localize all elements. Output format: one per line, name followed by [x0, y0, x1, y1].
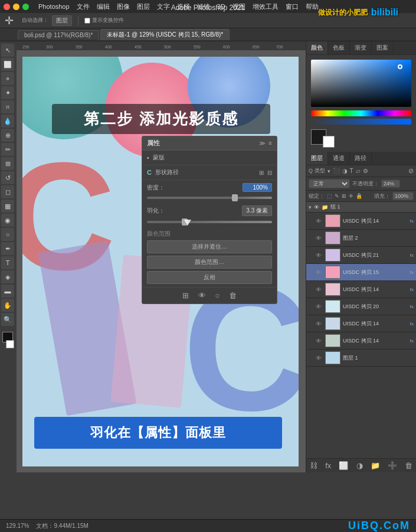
menu-plugins[interactable]: 增效工具	[253, 2, 279, 11]
layer-eye-7[interactable]: 👁	[315, 337, 323, 345]
group-eye-icon[interactable]: 👁	[314, 204, 319, 210]
gradient-tool[interactable]: ▦	[1, 200, 14, 213]
new-layer-icon[interactable]: ➕	[388, 461, 397, 470]
add-mask-icon[interactable]: ⬜	[339, 461, 348, 470]
layer-filter-toggle[interactable]: ⊘	[408, 167, 414, 175]
tab-channels[interactable]: 通道	[328, 152, 350, 165]
layer-eye-2[interactable]: 👁	[315, 251, 323, 259]
type-filter-icon[interactable]: T	[350, 168, 353, 174]
menu-edit[interactable]: 编辑	[97, 2, 110, 11]
tab-swatches[interactable]: 色板	[328, 41, 350, 54]
tab-gradient[interactable]: 渐变	[350, 41, 372, 54]
alpha-slider[interactable]	[311, 119, 411, 125]
shape-filter-icon[interactable]: ▱	[356, 168, 361, 174]
layer-filter-icon[interactable]: ▾	[327, 168, 330, 174]
color-gradient-box[interactable]	[311, 60, 411, 107]
path-select-tool[interactable]: ◈	[1, 270, 14, 283]
move-tool-icon[interactable]: ✛	[5, 14, 14, 27]
layer-fx-6[interactable]: fx	[410, 321, 414, 327]
dodge-tool[interactable]: ○	[1, 228, 14, 241]
hand-tool[interactable]: ✋	[1, 299, 14, 312]
opacity-input[interactable]	[381, 179, 400, 188]
delete-layer-icon[interactable]: 🗑	[405, 461, 412, 470]
lasso-tool[interactable]: ⌖	[1, 72, 14, 85]
transform-checkbox-label[interactable]: 显示变换控件	[84, 17, 124, 24]
lock-transparent-icon[interactable]: ⬚	[327, 193, 332, 199]
blend-mode-select[interactable]: 正常	[309, 179, 350, 188]
properties-menu-icon[interactable]: ≡	[268, 140, 272, 146]
properties-expand-icon[interactable]: ≫	[259, 140, 265, 146]
panel-trash-icon[interactable]: 🗑	[229, 291, 237, 300]
eyedropper-tool[interactable]: 💧	[1, 115, 14, 128]
fill-input[interactable]	[392, 192, 414, 200]
eraser-tool[interactable]: ◻	[1, 185, 14, 198]
panel-eye-icon[interactable]: 👁	[198, 291, 206, 300]
link-layers-icon[interactable]: ⛓	[310, 461, 317, 470]
brush-tool[interactable]: ✏	[1, 143, 14, 156]
layer-item-0[interactable]: 👁 UISDC 拷贝 14 fx	[306, 213, 416, 230]
add-style-icon[interactable]: fx	[325, 461, 331, 470]
panel-grid-icon[interactable]: ⊞	[182, 291, 189, 300]
adjustment-filter-icon[interactable]: ◑	[342, 168, 348, 174]
background-color[interactable]	[6, 340, 14, 348]
layer-eye-4[interactable]: 👁	[315, 285, 323, 293]
type-tool[interactable]: T	[1, 256, 14, 269]
layer-fx-5[interactable]: fx	[410, 304, 414, 309]
lock-all-icon[interactable]: 🔒	[356, 193, 362, 199]
group-collapse-icon[interactable]: ▾	[309, 204, 312, 210]
lock-artboard-icon[interactable]: ⊞	[342, 193, 346, 199]
smart-filter-icon[interactable]: ⚙	[363, 168, 368, 174]
select-mask-button[interactable]: 选择并遮住…	[147, 240, 272, 253]
tab-paths[interactable]: 路径	[350, 152, 372, 165]
feather-value[interactable]: 3.3 像素	[242, 205, 272, 216]
lock-image-icon[interactable]: ✎	[335, 193, 339, 199]
layer-eye-1[interactable]: 👁	[315, 234, 323, 242]
layer-item-3[interactable]: 👁 UISDC 拷贝 15 fx	[306, 264, 416, 281]
menu-layer[interactable]: 图层	[137, 2, 150, 11]
tab-layers[interactable]: 图层	[306, 152, 328, 165]
tab-boli[interactable]: boli.psd @ 117%(RGB/8)*	[18, 30, 99, 40]
layer-item-7[interactable]: 👁 UISDC 拷贝 14 fx	[306, 332, 416, 350]
minimize-button[interactable]	[13, 4, 19, 10]
lock-position-icon[interactable]: ✛	[349, 193, 353, 199]
zoom-tool[interactable]: 🔍	[1, 313, 14, 326]
menu-photoshop[interactable]: Photoshop	[38, 3, 70, 10]
window-controls[interactable]	[4, 4, 29, 10]
layer-item-1[interactable]: 👁 图层 2	[306, 230, 416, 247]
density-value[interactable]: 100%	[243, 183, 272, 192]
layer-group-1[interactable]: ▾ 👁 📁 组 1	[306, 202, 416, 213]
new-group-icon[interactable]: 📁	[371, 461, 380, 470]
layer-fx-2[interactable]: fx	[410, 253, 414, 258]
layer-fx-4[interactable]: fx	[410, 287, 414, 292]
layer-eye-3[interactable]: 👁	[315, 268, 323, 276]
layer-fx-0[interactable]: fx	[410, 218, 414, 224]
shape-link-icon[interactable]: ⊞	[259, 169, 264, 176]
clone-stamp-tool[interactable]: ⊞	[1, 157, 14, 170]
feather-slider[interactable]	[147, 221, 272, 223]
menu-text[interactable]: 文字	[157, 2, 170, 11]
density-slider-thumb[interactable]	[232, 194, 238, 201]
background-swatch[interactable]	[323, 136, 335, 148]
history-brush-tool[interactable]: ↺	[1, 171, 14, 184]
layer-item-8[interactable]: 👁 图层 1	[306, 350, 416, 367]
move-tool[interactable]: ↖	[1, 44, 14, 57]
layer-item-4[interactable]: 👁 UISDC 拷贝 14 fx	[306, 281, 416, 298]
tab-color[interactable]: 颜色	[306, 41, 328, 54]
blur-tool[interactable]: ◉	[1, 214, 14, 227]
rectangle-select-tool[interactable]: ⬜	[1, 58, 14, 71]
layer-eye-8[interactable]: 👁	[315, 354, 323, 362]
hue-slider[interactable]	[311, 110, 411, 116]
pixel-filter-icon[interactable]: ⬛	[333, 168, 340, 174]
density-slider[interactable]	[147, 197, 272, 199]
crop-tool[interactable]: ⌗	[1, 100, 14, 113]
heal-tool[interactable]: ⊕	[1, 129, 14, 142]
layer-dropdown[interactable]: 图层	[52, 15, 72, 26]
shape-delete-icon[interactable]: ⊟	[267, 169, 272, 176]
layer-item-5[interactable]: 👁 UISDC 拷贝 20 fx	[306, 298, 416, 315]
magic-wand-tool[interactable]: ✦	[1, 86, 14, 99]
menu-file[interactable]: 文件	[77, 2, 90, 11]
tab-untitled[interactable]: 未标题-1 @ 129% (UISDC 拷贝 15, RGB/8)*	[100, 29, 230, 40]
pen-tool[interactable]: ✒	[1, 242, 14, 255]
menu-help[interactable]: 帮助	[306, 2, 319, 11]
maximize-button[interactable]	[22, 4, 29, 10]
